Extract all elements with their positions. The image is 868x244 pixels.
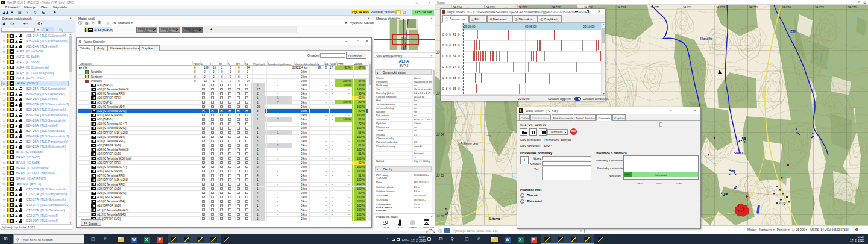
svg-text:34 C74: 34 C74	[782, 6, 791, 9]
svg-text:34 C75: 34 C75	[815, 6, 824, 9]
svg-text:UU 54: UU 54	[436, 133, 444, 136]
svg-text:UU 52: UU 52	[436, 215, 444, 218]
svg-text:Hlasd hr: Hlasd hr	[700, 37, 712, 40]
svg-text:34 C72: 34 C72	[716, 6, 725, 9]
svg-text:34 C76: 34 C76	[848, 6, 857, 9]
svg-text:34 C69: 34 C69	[617, 6, 626, 9]
svg-text:34 C73: 34 C73	[749, 6, 758, 9]
svg-text:SNAKE: SNAKE	[734, 152, 744, 155]
svg-text:Priklenne Lesy: Priklenne Lesy	[461, 142, 479, 145]
svg-text:34 C71: 34 C71	[683, 6, 692, 9]
svg-text:Lucky: Lucky	[485, 134, 491, 137]
svg-text:34 C70: 34 C70	[650, 6, 659, 9]
svg-text:UU 53: UU 53	[436, 174, 444, 177]
svg-text:IZEN: IZEN	[790, 30, 797, 33]
svg-text:Litava: Litava	[489, 217, 500, 221]
